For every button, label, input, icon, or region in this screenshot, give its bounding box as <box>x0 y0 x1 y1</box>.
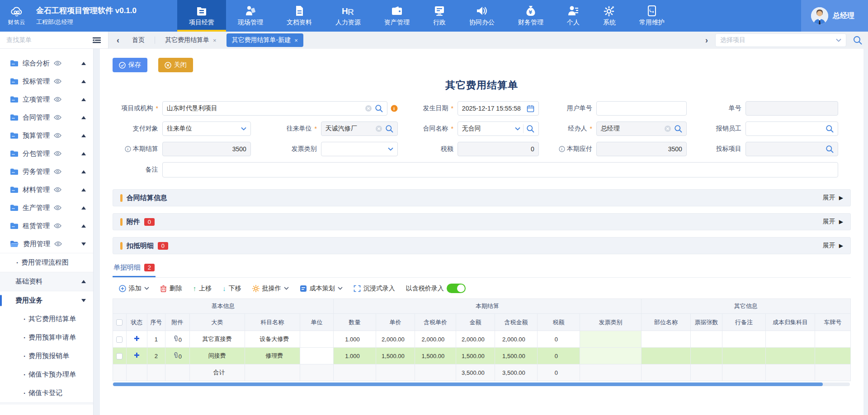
row-checkbox[interactable] <box>116 353 123 359</box>
search-icon[interactable] <box>375 104 383 112</box>
nav-item-gear[interactable]: 系统 <box>591 0 627 32</box>
cell-unit[interactable] <box>300 348 333 364</box>
calendar-icon[interactable] <box>527 105 534 112</box>
chevron-down-icon[interactable] <box>388 147 393 151</box>
document-tab[interactable]: 其它费用结算单-新建× <box>226 33 303 47</box>
eye-icon[interactable] <box>54 133 61 138</box>
cell-other[interactable] <box>690 331 722 348</box>
expand-button[interactable]: 展开▶ <box>823 242 843 250</box>
nav-item-maintenance[interactable]: 常用维护 <box>627 0 676 32</box>
sidebar-leaf-item[interactable]: 储值卡登记 <box>0 384 93 402</box>
eye-icon[interactable] <box>54 241 62 247</box>
table-row[interactable]: 10其它直接费设备大修费1.0002,000.002,000.002,000.0… <box>113 331 850 348</box>
eye-icon[interactable] <box>54 97 61 102</box>
field-user-doc-no[interactable] <box>596 101 687 116</box>
menu-search-input[interactable]: 查找菜单 <box>6 36 32 44</box>
sidebar-folder[interactable]: 立项管理 <box>0 90 93 108</box>
sidebar-leaf-item[interactable]: 费用预报销单 <box>0 347 93 365</box>
toolbar-fullscreen[interactable]: 沉浸式录入 <box>354 284 395 293</box>
user-menu[interactable]: 总经理 <box>801 0 868 32</box>
field-remark[interactable] <box>162 162 838 177</box>
cell-invoice-type[interactable] <box>580 348 641 364</box>
cell-other[interactable] <box>722 331 765 348</box>
clear-icon[interactable] <box>664 125 671 132</box>
row-checkbox[interactable] <box>116 336 123 343</box>
clear-icon[interactable] <box>365 105 372 112</box>
nav-item-person[interactable]: 个人 <box>555 0 591 32</box>
eye-icon[interactable] <box>54 169 61 174</box>
nav-item-monitor[interactable]: 行政 <box>421 0 458 32</box>
field-occur-date[interactable]: 2025-12-17 15:55:58 <box>458 101 539 116</box>
close-tab-icon[interactable]: × <box>294 37 298 44</box>
document-tab[interactable]: 其它费用结算单× <box>160 33 222 47</box>
sidebar-leaf-item[interactable]: 储值卡预办理单 <box>0 365 93 384</box>
field-project-org[interactable]: 山东时代垦利项目 <box>162 101 387 116</box>
save-button[interactable]: 保存 <box>113 58 147 72</box>
nav-item-moneybag[interactable]: ¥财务管理 <box>506 0 555 32</box>
sidebar-item-base-data[interactable]: 基础资料 <box>0 272 93 291</box>
cell-other[interactable] <box>815 331 850 348</box>
project-search-icon[interactable] <box>853 35 863 45</box>
cell-other[interactable] <box>815 348 850 364</box>
tab-detail-lines[interactable]: 单据明细 2 <box>113 263 156 277</box>
collapse-sidebar-icon[interactable] <box>92 36 102 44</box>
field-handler[interactable]: 总经理 <box>596 121 687 136</box>
field-contract-name[interactable]: 无合同 <box>458 121 539 136</box>
cell-unit[interactable] <box>300 331 333 348</box>
select-all-checkbox[interactable] <box>116 319 123 326</box>
tabs-scroll-right-icon[interactable]: › <box>703 36 711 45</box>
sidebar-folder-expanded[interactable]: 费用管理 <box>0 235 93 253</box>
sidebar-folder[interactable]: 租赁管理 <box>0 217 93 235</box>
clear-icon[interactable] <box>375 125 382 132</box>
project-select[interactable]: 选择项目 <box>715 33 846 47</box>
eye-icon[interactable] <box>54 223 61 228</box>
toolbar-trash[interactable]: 删除 <box>160 284 182 293</box>
tabs-scroll-left-icon[interactable]: ‹ <box>114 36 122 45</box>
search-icon[interactable] <box>385 125 393 133</box>
toolbar-plan[interactable]: 成本策划 <box>300 284 343 293</box>
sidebar-folder[interactable]: 分包管理 <box>0 145 93 163</box>
eye-icon[interactable] <box>54 151 61 156</box>
nav-item-wallet[interactable]: 资产管理 <box>373 0 421 32</box>
sidebar-folder[interactable]: 综合分析 <box>0 54 93 72</box>
toolbar-arrow-down[interactable]: ↓下移 <box>222 284 241 293</box>
field-doc-no[interactable] <box>745 101 838 116</box>
eye-icon[interactable] <box>54 79 61 84</box>
sidebar-item-flowchart[interactable]: 费用管理流程图 <box>0 253 93 272</box>
field-current-settlement[interactable]: 3500 <box>162 142 251 156</box>
field-current-payable[interactable]: 3500 <box>596 142 687 156</box>
sidebar-folder[interactable]: 预算管理 <box>0 126 93 145</box>
eye-icon[interactable] <box>54 205 61 210</box>
sidebar-folder[interactable]: 材料管理 <box>0 181 93 199</box>
sidebar-item-expense-business[interactable]: 费用业务 <box>0 291 93 310</box>
field-tax-amount[interactable]: 0 <box>458 142 539 156</box>
expand-button[interactable]: 展开▶ <box>823 194 843 202</box>
field-bid-project[interactable] <box>745 142 838 156</box>
field-invoice-type[interactable] <box>321 142 398 156</box>
eye-icon[interactable] <box>54 187 61 192</box>
section-deduction-detail[interactable]: 扣抵明细0展开▶ <box>113 237 851 254</box>
table-row[interactable]: 20间接费修理费1.0001,500.001,500.001,500.001,5… <box>113 348 850 364</box>
cell-invoice-type[interactable] <box>580 331 641 348</box>
sidebar-folder[interactable]: 投标管理 <box>0 72 93 90</box>
chevron-down-icon[interactable] <box>515 127 520 131</box>
nav-item-hr[interactable]: HR人力资源 <box>324 0 373 32</box>
search-icon[interactable] <box>826 145 834 153</box>
cell-other[interactable] <box>765 348 815 364</box>
nav-item-document[interactable]: 文档资料 <box>275 0 324 32</box>
sidebar-leaf-item[interactable]: 费用预算申请单 <box>0 328 93 347</box>
nav-item-speaker[interactable]: 协同办公 <box>458 0 506 32</box>
toolbar-arrow-up[interactable]: ↑上移 <box>193 284 212 293</box>
cell-other[interactable] <box>641 331 690 348</box>
field-counterparty[interactable]: 天诚汽修厂 <box>321 121 398 136</box>
close-button[interactable]: 关闭 <box>158 58 193 72</box>
eye-icon[interactable] <box>54 115 61 120</box>
cell-other[interactable] <box>641 348 690 364</box>
nav-item-site[interactable]: 现场管理 <box>226 0 275 32</box>
scrollbar-thumb[interactable] <box>113 382 823 386</box>
eye-icon[interactable] <box>54 61 61 66</box>
info-icon[interactable]: i <box>391 105 398 112</box>
toolbar-plus-circle[interactable]: 添加 <box>119 284 149 293</box>
sidebar-folder[interactable]: 劳务管理 <box>0 163 93 181</box>
chevron-down-icon[interactable] <box>241 127 246 131</box>
